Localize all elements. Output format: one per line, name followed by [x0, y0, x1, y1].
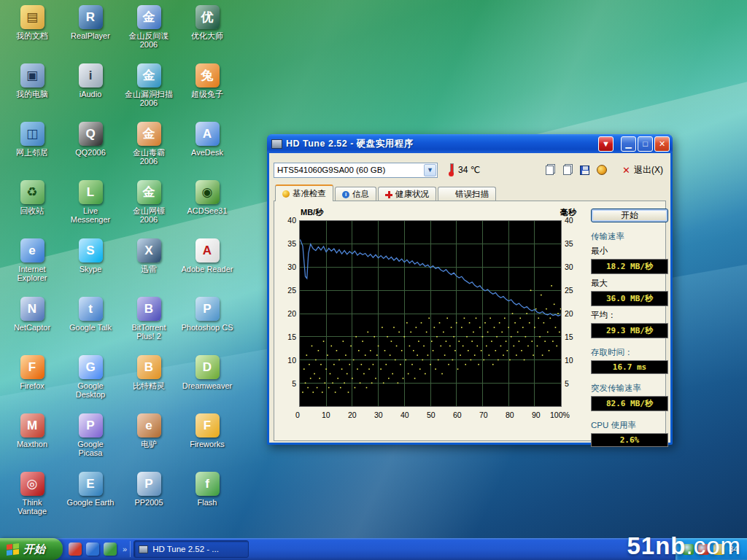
minimize-button[interactable]: ▁ [621, 136, 636, 152]
qq2006-icon: Q [79, 122, 103, 146]
avg-transfer-value: 29.3 MB/秒 [591, 323, 668, 338]
close-button[interactable]: ✕ [654, 136, 670, 152]
desktop-icon-dreamweaver[interactable]: DDreamweaver [178, 353, 236, 411]
desktop-icon-think-vantage[interactable]: ◎Think Vantage [3, 470, 61, 528]
copy-screenshot-button[interactable] [558, 162, 576, 178]
acdsee-icon: ◉ [196, 180, 220, 204]
desktop-icon-label: 比特精灵 [133, 381, 165, 390]
tab-info[interactable]: 信息 [335, 187, 376, 201]
desktop-icon-google-desktop[interactable]: GGoogle Desktop [61, 353, 120, 411]
my-documents-icon: ▤ [20, 5, 44, 29]
desktop-icon-photoshop-cs[interactable]: PPhotoshop CS [178, 295, 236, 353]
exit-button[interactable]: ✕ 退出(X) [622, 164, 663, 176]
download-arrow-button[interactable]: ▼ [598, 136, 614, 152]
y-tick-left: 5 [277, 379, 296, 388]
start-benchmark-button[interactable]: 开始 [591, 209, 668, 222]
quicklaunch-icon-1[interactable] [69, 542, 82, 556]
drive-select[interactable]: HTS541060G9SA00 (60 GB) ▼ [274, 163, 438, 178]
desktop-icon-my-computer[interactable]: ▣我的电脑 [3, 61, 61, 120]
desktop-icon-maxthon[interactable]: MMaxthon [3, 411, 61, 470]
desktop-icon-adobe-reader[interactable]: AAdobe Reader [178, 236, 236, 295]
desktop-icon-netcaptor[interactable]: NNetCaptor [3, 295, 61, 353]
desktop-icon-bitspirit[interactable]: B比特精灵 [120, 353, 178, 411]
desktop-icon-iaudio[interactable]: iiAudio [61, 61, 120, 120]
save-button[interactable] [576, 162, 593, 178]
x-tick: 10 [322, 411, 330, 419]
tab-health[interactable]: 健康状况 [378, 187, 436, 201]
window-titlebar[interactable]: HD Tune 2.52 - 硬盘实用程序 ▼ ▁ □ ✕ [267, 134, 673, 153]
copy-text-button[interactable] [541, 162, 558, 178]
desktop-icon-fireworks[interactable]: FFireworks [178, 411, 236, 470]
system-tray: 34 [675, 538, 747, 560]
y-tick-left: 15 [277, 332, 296, 341]
desktop-icon-avedesk[interactable]: AAveDesk [178, 120, 236, 178]
desktop-icon-super-rabbit[interactable]: 兔超级兔子 [178, 61, 236, 120]
exit-x-icon: ✕ [622, 165, 630, 176]
y-tick-right: 30 [565, 262, 587, 271]
desktop-icon-bittorrent-plus[interactable]: BBitTorrent Plus! 2 [120, 295, 178, 353]
options-button[interactable] [593, 162, 611, 178]
quicklaunch-icon-3[interactable] [104, 542, 117, 556]
desktop-icon-live-messenger[interactable]: LLive Messenger [61, 178, 120, 236]
desktop-icon-label: 金山毒霸 2006 [133, 148, 165, 166]
desktop-icon-label: 金山漏洞扫描 2006 [125, 90, 173, 107]
x-tick: 0 [295, 411, 300, 419]
tab-error-scan[interactable]: 错误扫描 [438, 187, 496, 201]
desktop-icon-thunder-xunlei[interactable]: X迅雷 [120, 236, 178, 295]
netcaptor-icon: N [20, 297, 44, 321]
desktop-icon-kingsoft-scan[interactable]: 金金山漏洞扫描 2006 [120, 61, 178, 120]
tab-label: 信息 [352, 189, 369, 200]
desktop-icon-label: Photoshop CS [182, 323, 233, 332]
desktop-icon-label: 金山网镖 2006 [133, 206, 165, 224]
quicklaunch-icon-2[interactable] [86, 542, 99, 556]
desktop-icon-google-picasa[interactable]: PGoogle Picasa [61, 411, 120, 470]
desktop-icon-qq2006[interactable]: QQQ2006 [61, 120, 120, 178]
desktop-icon-internet-explorer[interactable]: eInternet Explorer [3, 236, 61, 295]
desktop-icon-acdsee[interactable]: ◉ACDSee31 [178, 178, 236, 236]
desktop-icon-skype[interactable]: SSkype [61, 236, 120, 295]
quick-launch [63, 542, 123, 556]
benchmark-icon [282, 190, 290, 198]
desktop-icon-label: Skype [80, 265, 102, 273]
tray-icon-1[interactable] [683, 544, 694, 555]
flash-icon: f [196, 472, 220, 496]
max-label: 最大 [591, 278, 668, 289]
min-label: 最小 [591, 246, 668, 257]
desktop-icon-label: 超级兔子 [191, 90, 223, 98]
x-tick: 100% [550, 411, 570, 419]
desktop-icon-emule[interactable]: e电驴 [120, 411, 178, 470]
desktop-icon-firefox[interactable]: FFirefox [3, 353, 61, 411]
quick-launch-overflow-icon[interactable]: » [123, 545, 127, 553]
desktop-icon-kingsoft-duba[interactable]: 金金山毒霸 2006 [120, 120, 178, 178]
tray-icon-3[interactable] [713, 544, 724, 555]
taskbar-separator [130, 541, 131, 557]
desktop-icon-my-documents[interactable]: ▤我的文档 [3, 3, 61, 61]
desktop-icon-youhua-dashi[interactable]: 优优化大师 [178, 3, 236, 61]
window-toolbar: HTS541060G9SA00 (60 GB) ▼ 34 ℃ ✕ 退出(X) [274, 160, 666, 179]
start-button[interactable]: 开始 [0, 538, 63, 560]
desktop-icon-pp2005[interactable]: PPP2005 [120, 470, 178, 528]
tray-icon-2[interactable] [698, 544, 709, 555]
desktop-icon-network-places[interactable]: ◫网上邻居 [3, 120, 61, 178]
copy-icon [546, 166, 554, 175]
desktop-icon-kingsoft-firewall[interactable]: 金金山网镖 2006 [120, 178, 178, 236]
desktop-icon-google-earth[interactable]: EGoogle Earth [61, 470, 120, 528]
chevron-down-icon[interactable]: ▼ [424, 164, 436, 176]
desktop-icon-kingsoft-antispy[interactable]: 金金山反间谍 2006 [120, 3, 178, 61]
desktop-icon-label: 我的文档 [16, 31, 48, 40]
desktop-icon-realplayer[interactable]: RRealPlayer [61, 3, 120, 61]
cpu-usage-label: CPU 使用率 [591, 420, 668, 431]
desktop-icon-label: Dreamweaver [182, 381, 232, 390]
super-rabbit-icon: 兔 [196, 63, 220, 88]
desktop-icon-recycle-bin[interactable]: ♻回收站 [3, 178, 61, 236]
maximize-button[interactable]: □ [638, 136, 653, 152]
desktop-icon-google-talk[interactable]: tGoogle Talk [61, 295, 120, 353]
cpu-usage-value: 2.6% [591, 433, 668, 447]
desktop-icon-flash[interactable]: fFlash [178, 470, 236, 528]
y-tick-right: 40 [565, 216, 587, 225]
recycle-bin-icon: ♻ [20, 180, 44, 204]
tab-benchmark[interactable]: 基准检查 [275, 184, 333, 201]
y-tick-right: 5 [565, 379, 587, 388]
task-button-hdtune[interactable]: HD Tune 2.52 - ... [133, 540, 249, 558]
taskbar: 开始 » HD Tune 2.52 - ... 34 [0, 538, 747, 560]
